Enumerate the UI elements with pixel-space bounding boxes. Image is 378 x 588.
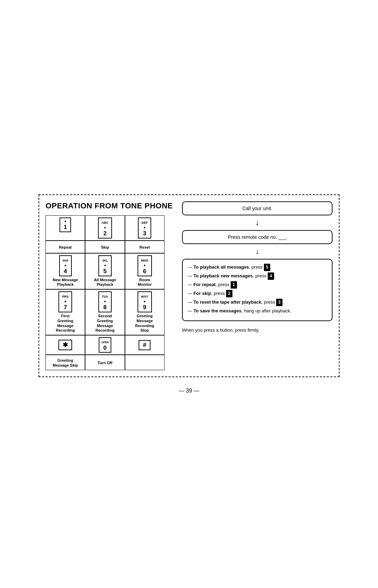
key-hash-cell: #: [125, 335, 164, 355]
key-4-label: New MessagePlayback: [53, 278, 78, 288]
key-3-label-cell: Reset: [125, 241, 164, 253]
instruction-2: — To playback new messages, press 4.: [188, 272, 327, 280]
key-6-letters: MNO: [141, 259, 148, 262]
key-2-letters: ABC: [102, 221, 108, 224]
key-7-cell: PRS ▲ 7 FirstGreetingMessageRecording: [46, 289, 85, 335]
key-reset-label: Reset: [139, 245, 150, 250]
instruction-5: — To reset the tape after playback, pres…: [188, 299, 327, 306]
arrow-2: ↓: [182, 248, 332, 255]
key-2-inline: 2: [226, 290, 232, 297]
key-8-cell: TUV ▲ 8 SecondGreetingMessageRecording: [85, 289, 125, 335]
key-3-box: DEF ▲ 3: [138, 217, 151, 238]
key-9-box: WXY ▲ 9: [138, 291, 152, 312]
key-hash-box: #: [139, 340, 150, 350]
instruction-1-bold: To playback all messages: [194, 264, 249, 270]
step1-box: Call your unit.: [182, 201, 332, 215]
key-star-box: ✱: [58, 340, 72, 350]
key-8-box: TUV ▲ 8: [98, 291, 112, 312]
keypad-row-3: PRS ▲ 7 FirstGreetingMessageRecording TU…: [46, 289, 164, 335]
key-6-label: RoomMonitor: [138, 278, 152, 288]
key-4-letters: GHI: [63, 259, 68, 262]
instruction-3: — For repeat, press 1.: [188, 281, 327, 289]
keypad-row-1-labels: Repeat Skip Reset: [46, 241, 164, 253]
press-note: When you press a button, press firmly.: [182, 327, 332, 333]
key-star-cell: ✱: [46, 335, 85, 355]
key-4-inline: 4: [268, 272, 274, 280]
key-1-label-cell: Repeat: [46, 241, 85, 253]
key-9-cell: WXY ▲ 9 GreetingMessageRecordingStop: [125, 289, 164, 335]
key-repeat-label: Repeat: [59, 245, 72, 250]
instruction-4: — For skip, press 2.: [188, 290, 327, 297]
key-7-digit: 7: [62, 304, 69, 311]
key-7-letters: PRS: [62, 295, 69, 298]
keypad: ▲ 1 ABC ▲ 2 DEF ▲: [46, 215, 164, 370]
key-5-label: All MessagePlayback: [94, 278, 116, 288]
key-0-cell: OPER 0: [85, 335, 125, 355]
key-8-arrow: ▲: [102, 299, 108, 303]
keypad-row-2: GHI ▲ 4 New MessagePlayback JKL ▲ 5 All …: [46, 253, 164, 290]
key-3-digit: 3: [141, 230, 148, 237]
step2-text: Press remote code no. ___: [228, 234, 287, 240]
key-1-inline: 1: [231, 281, 237, 289]
key-5-box: JKL ▲ 5: [98, 255, 111, 276]
page-number: — 39 —: [179, 388, 200, 394]
key-2-digit: 2: [102, 230, 108, 237]
key-2-arrow: ▲: [102, 226, 108, 229]
key-7-arrow: ▲: [62, 299, 69, 303]
right-section: Call your unit. ↓ Press remote code no. …: [175, 201, 332, 333]
step1-text: Call your unit.: [242, 206, 272, 211]
key-6-arrow: ▲: [141, 263, 148, 267]
key-4-digit: 4: [63, 268, 68, 275]
key-1-cell: ▲ 1: [46, 215, 85, 241]
key-4-cell: GHI ▲ 4 New MessagePlayback: [46, 253, 85, 290]
key-6-cell: MNO ▲ 6 RoomMonitor: [125, 253, 164, 290]
key-0-letters: OPER: [102, 341, 109, 344]
key-9-arrow: ▲: [141, 299, 148, 303]
left-section: OPERATION FROM TONE PHONE ▲ 1 ABC ▲: [46, 201, 175, 370]
key-7-label: FirstGreetingMessageRecording: [56, 314, 75, 333]
key-3-letters: DEF: [141, 221, 148, 224]
key-5-inline: 5: [264, 264, 270, 271]
step2-box: Press remote code no. ___: [182, 230, 332, 244]
key-8-letters: TUV: [102, 295, 108, 298]
key-9-letters: WXY: [141, 295, 148, 298]
key-0-label-cell: Turn Off: [85, 355, 125, 370]
section-title: OPERATION FROM TONE PHONE: [46, 201, 175, 210]
instruction-1: — To playback all messages, press 5.: [188, 264, 327, 271]
instruction-6: — To save the messages, hang up after pl…: [188, 307, 327, 315]
keypad-row-4-labels: GreetingMessage Skip Turn Off: [46, 355, 164, 370]
key-star-label-cell: GreetingMessage Skip: [46, 355, 85, 370]
key-1-arrow: ▲: [64, 219, 67, 223]
instruction-1-dash: —: [188, 264, 192, 270]
key-9-label: GreetingMessageRecordingStop: [135, 314, 154, 333]
key-0-digit: 0: [102, 345, 109, 352]
key-3-inline: 3: [276, 299, 282, 306]
arrow-1: ↓: [182, 219, 332, 227]
keypad-row-1: ▲ 1 ABC ▲ 2 DEF ▲: [46, 215, 164, 241]
key-4-arrow: ▲: [63, 263, 68, 267]
key-2-cell: ABC ▲ 2: [85, 215, 125, 241]
key-turnoff-label: Turn Off: [98, 361, 113, 366]
key-7-box: PRS ▲ 7: [58, 291, 72, 312]
key-8-digit: 8: [102, 304, 108, 311]
key-3-cell: DEF ▲ 3: [125, 215, 164, 241]
key-6-box: MNO ▲ 6: [138, 255, 152, 276]
key-8-label: SecondGreetingMessageRecording: [96, 314, 114, 333]
key-1-box: ▲ 1: [59, 217, 71, 232]
key-4-box: GHI ▲ 4: [59, 255, 72, 276]
key-9-digit: 9: [141, 304, 148, 311]
key-5-arrow: ▲: [102, 263, 108, 267]
keypad-row-4: ✱ OPER 0 #: [46, 335, 164, 355]
instruction-list: — To playback all messages, press 5. — T…: [182, 259, 332, 321]
key-3-arrow: ▲: [141, 226, 148, 229]
key-6-digit: 6: [141, 268, 148, 275]
key-5-cell: JKL ▲ 5 All MessagePlayback: [85, 253, 125, 290]
key-hash-label-cell: [125, 355, 164, 370]
key-2-label-cell: Skip: [85, 241, 125, 253]
page: OPERATION FROM TONE PHONE ▲ 1 ABC ▲: [0, 0, 378, 588]
key-0-box: OPER 0: [99, 337, 112, 353]
key-1-digit: 1: [64, 224, 67, 231]
key-star-label: GreetingMessage Skip: [52, 358, 78, 368]
key-5-letters: JKL: [102, 259, 108, 262]
key-5-digit: 5: [102, 268, 108, 275]
